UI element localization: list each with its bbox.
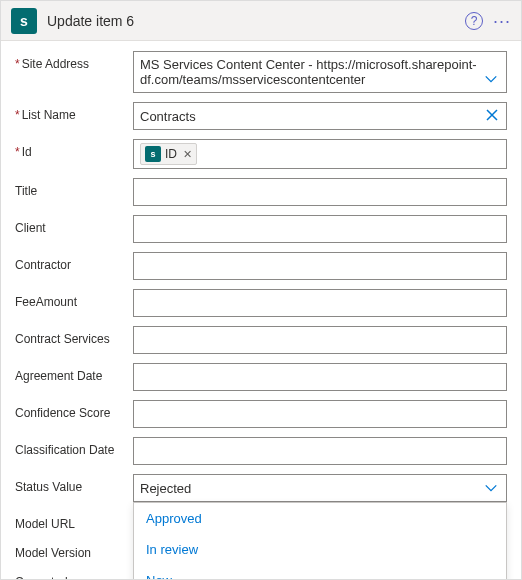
option-new[interactable]: New — [134, 565, 506, 580]
card-title: Update item 6 — [47, 13, 465, 29]
more-menu-icon[interactable]: ··· — [493, 12, 511, 30]
row-id: *Id s ID ✕ — [15, 139, 507, 169]
option-in-review[interactable]: In review — [134, 534, 506, 565]
contractor-input[interactable] — [133, 252, 507, 280]
help-icon[interactable]: ? — [465, 12, 483, 30]
confidence-score-input[interactable] — [133, 400, 507, 428]
option-approved[interactable]: Approved — [134, 503, 506, 534]
label-id: Id — [22, 145, 32, 159]
label-model-version: Model Version — [15, 540, 133, 560]
row-contract-services: Contract Services — [15, 326, 507, 354]
label-confidence-score: Confidence Score — [15, 400, 133, 420]
agreement-date-input[interactable] — [133, 363, 507, 391]
label-list-name: List Name — [22, 108, 76, 122]
sharepoint-token-icon: s — [145, 146, 161, 162]
row-status-value: Status Value Rejected Approved In review… — [15, 474, 507, 502]
status-value-dropdown: Approved In review New Rejected Enter cu… — [133, 502, 507, 580]
row-client: Client — [15, 215, 507, 243]
row-contractor: Contractor — [15, 252, 507, 280]
row-agreement-date: Agreement Date — [15, 363, 507, 391]
row-list-name: *List Name Contracts — [15, 102, 507, 130]
label-contract-services: Contract Services — [15, 326, 133, 346]
label-client: Client — [15, 215, 133, 235]
row-fee-amount: FeeAmount — [15, 289, 507, 317]
contract-services-input[interactable] — [133, 326, 507, 354]
label-site-address: Site Address — [22, 57, 89, 71]
id-input[interactable]: s ID ✕ — [133, 139, 507, 169]
label-agreement-date: Agreement Date — [15, 363, 133, 383]
row-title: Title — [15, 178, 507, 206]
label-status-value: Status Value — [15, 474, 133, 494]
client-input[interactable] — [133, 215, 507, 243]
row-confidence-score: Confidence Score — [15, 400, 507, 428]
token-remove-icon[interactable]: ✕ — [183, 148, 192, 161]
row-site-address: *Site Address MS Services Content Center… — [15, 51, 507, 93]
form-body: *Site Address MS Services Content Center… — [1, 41, 521, 580]
label-title: Title — [15, 178, 133, 198]
chevron-down-icon[interactable] — [484, 481, 498, 495]
title-input[interactable] — [133, 178, 507, 206]
classification-date-input[interactable] — [133, 437, 507, 465]
fee-amount-input[interactable] — [133, 289, 507, 317]
row-classification-date: Classification Date Show options — [15, 437, 507, 465]
card-header: s Update item 6 ? ··· — [1, 1, 521, 41]
label-fee-amount: FeeAmount — [15, 289, 133, 309]
label-classification-date: Classification Date — [15, 437, 133, 457]
label-contractor: Contractor — [15, 252, 133, 272]
label-model-url: Model URL — [15, 511, 133, 531]
site-address-input[interactable]: MS Services Content Center - https://mic… — [133, 51, 507, 93]
label-corrected: Corrected — [15, 569, 133, 580]
sharepoint-app-icon: s — [11, 8, 37, 34]
id-token[interactable]: s ID ✕ — [140, 143, 197, 165]
clear-icon[interactable] — [486, 109, 498, 124]
status-value-select[interactable]: Rejected — [133, 474, 507, 502]
chevron-down-icon[interactable] — [484, 72, 498, 86]
list-name-input[interactable]: Contracts — [133, 102, 507, 130]
